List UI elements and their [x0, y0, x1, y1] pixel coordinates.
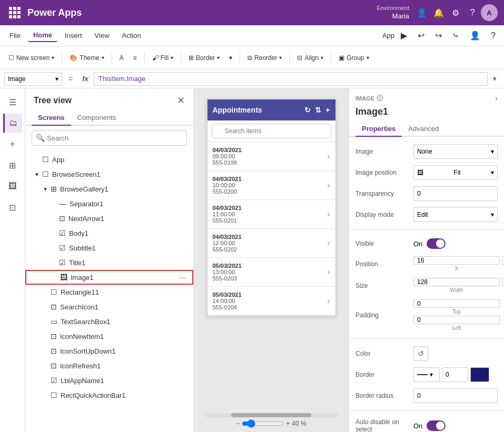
tree-tab-screens[interactable]: Screens	[32, 110, 71, 126]
zoom-out-button[interactable]: −	[236, 420, 240, 427]
size-width-input[interactable]	[413, 278, 500, 286]
font-button[interactable]: A	[115, 52, 128, 64]
settings-icon[interactable]: ⚙	[447, 4, 464, 21]
menu-file[interactable]: File	[4, 29, 26, 42]
add-icon[interactable]: +	[325, 106, 330, 114]
size-height-input[interactable]	[502, 278, 504, 286]
help-menu-button[interactable]: ?	[487, 29, 500, 43]
color-picker-button[interactable]: ↺	[413, 346, 428, 361]
expand-panel-button[interactable]: ›	[495, 94, 498, 103]
person-icon[interactable]: 👤	[413, 4, 430, 21]
align-button[interactable]: ⊟ Align ▾	[293, 52, 328, 64]
tree-item-image1[interactable]: 🖼 Image1 ···	[25, 270, 193, 285]
zoom-slider[interactable]	[242, 419, 284, 428]
image-position-dropdown[interactable]: 🖼 Fit ▾	[413, 165, 498, 180]
canvas-scrollbar-horizontal[interactable]	[204, 413, 338, 417]
visible-toggle-switch[interactable]	[427, 238, 446, 249]
gallery-item[interactable]: 04/03/2021 11:00:00 555-0201 ›	[207, 200, 335, 229]
formula-expand[interactable]: ▾	[490, 75, 500, 83]
gallery-item[interactable]: 04/03/2021 09:00:00 555-0199 ›	[207, 142, 335, 171]
new-screen-button[interactable]: ☐ New screen ▾	[4, 52, 58, 64]
tab-properties[interactable]: Properties	[355, 122, 402, 137]
gallery-item[interactable]: 05/03/2021 14:00:00 555-0204 ›	[207, 287, 335, 316]
gallery-item[interactable]: 05/03/2021 13:00:00 555-0203 ›	[207, 258, 335, 287]
sidebar-data-icon[interactable]: ⊞	[3, 156, 22, 175]
border-color-swatch[interactable]	[470, 367, 489, 382]
border-radius-input[interactable]	[413, 388, 498, 403]
tree-item-separator1[interactable]: — Separator1	[25, 196, 193, 211]
fill-button[interactable]: 🖌 Fill ▾	[148, 52, 177, 64]
tree-item-lblappname1[interactable]: ☑ LblAppName1	[25, 373, 193, 388]
more-button[interactable]: ▾	[225, 52, 236, 64]
tree-expand-browsescreen1[interactable]: ▼	[34, 172, 40, 177]
tree-item-textsearchbox1[interactable]: ▭ TextSearchBox1	[25, 314, 193, 329]
sidebar-add-icon[interactable]: +	[3, 135, 22, 154]
app-search-input[interactable]	[212, 124, 331, 138]
chevron-down-icon: ▾	[229, 54, 232, 62]
sidebar-components-icon[interactable]: ⊡	[3, 198, 22, 217]
tree-item-rectangle11[interactable]: ☐ Rectangle11	[25, 285, 193, 299]
formula-selector[interactable]: Image ▾	[4, 72, 62, 86]
gallery-item[interactable]: 04/03/2021 12:00:00 555-0202 ›	[207, 229, 335, 258]
formula-input[interactable]	[94, 72, 488, 86]
more-options-button[interactable]: ···	[180, 273, 186, 282]
tree-close-button[interactable]: ✕	[177, 95, 185, 106]
image-dropdown[interactable]: None ▾	[413, 144, 498, 159]
position-y-input[interactable]	[502, 256, 504, 265]
theme-button[interactable]: 🎨 Theme ▾	[65, 52, 108, 64]
avatar[interactable]: A	[481, 4, 498, 21]
sidebar-expand-icon[interactable]: ☰	[3, 93, 22, 112]
align-text-button[interactable]: ≡	[129, 52, 141, 64]
tree-item-subtitle1[interactable]: ☑ Subtitle1	[25, 240, 193, 255]
separator4	[181, 52, 181, 64]
redo-button[interactable]: ↪	[431, 28, 446, 43]
position-x-input[interactable]	[413, 256, 500, 265]
user-button[interactable]: 👤	[466, 28, 485, 43]
notification-icon[interactable]: 🔔	[430, 4, 447, 21]
tree-expand-browsegallery1[interactable]: ▼	[42, 186, 48, 192]
tree-item-nextarrow1[interactable]: ⊡ NextArrow1	[25, 211, 193, 226]
help-icon[interactable]: ?	[464, 4, 481, 21]
gallery-item[interactable]: 04/03/2021 10:00:00 555-0200 ›	[207, 171, 335, 200]
menu-insert[interactable]: Insert	[60, 29, 87, 42]
tree-item-iconnewitem1[interactable]: ⊡ IconNewItem1	[25, 329, 193, 344]
transparency-input[interactable]	[413, 186, 498, 201]
border-button[interactable]: ⊞ Border ▾	[184, 52, 224, 64]
tree-item-title1[interactable]: ☑ Title1	[25, 255, 193, 270]
tree-item-iconsortupdown1[interactable]: ⊡ IconSortUpDown1	[25, 344, 193, 358]
tree-item-body1[interactable]: ☑ Body1	[25, 226, 193, 240]
tree-tab-components[interactable]: Components	[71, 110, 123, 125]
sidebar-media-icon[interactable]: 🖼	[3, 177, 22, 196]
padding-left-input[interactable]	[413, 316, 500, 324]
run-button[interactable]: ▶	[397, 28, 411, 43]
help-circle-icon[interactable]: ⓘ	[377, 94, 383, 103]
share-button[interactable]: ⤷	[448, 28, 463, 43]
sort-icon[interactable]: ⇅	[315, 106, 321, 114]
tree-item-label: Title1	[69, 259, 187, 267]
tree-item-rectquickactionbar1[interactable]: ☐ RectQuickActionBar1	[25, 388, 193, 403]
menu-home[interactable]: Home	[28, 29, 57, 42]
padding-top-input[interactable]	[413, 299, 500, 308]
tree-item-app[interactable]: ☐ App	[25, 152, 193, 167]
tree-item-iconrefresh1[interactable]: ⊡ IconRefresh1	[25, 358, 193, 373]
reorder-button[interactable]: ⧉ Reorder ▾	[243, 52, 286, 64]
border-style-dropdown[interactable]: ▾	[413, 367, 440, 382]
right-panel-content: Image None ▾ Image position 🖼 Fit ▾	[349, 137, 504, 432]
menu-action[interactable]: Action	[117, 29, 146, 42]
sidebar-treeview-icon[interactable]: 🗂	[3, 114, 22, 133]
group-button[interactable]: ▣ Group ▾	[334, 52, 373, 64]
auto-disable-toggle-switch[interactable]	[427, 420, 446, 431]
tree-search-input[interactable]	[32, 130, 187, 146]
display-mode-dropdown[interactable]: Edit ▾	[413, 207, 498, 222]
waffle-menu[interactable]	[6, 4, 23, 21]
tree-item-searchicon1[interactable]: ⊡ SearchIcon1	[25, 299, 193, 314]
menu-view[interactable]: View	[90, 29, 115, 42]
refresh-icon[interactable]: ↻	[304, 106, 311, 114]
border-width-input[interactable]	[442, 367, 468, 382]
tree-item-browsegallery1[interactable]: ▼ ⊞ BrowseGallery1	[25, 182, 193, 196]
scrollbar-thumb[interactable]	[231, 413, 311, 417]
tab-advanced[interactable]: Advanced	[402, 122, 445, 136]
undo-button[interactable]: ↩	[413, 28, 429, 43]
tree-item-browsescreen1[interactable]: ▼ ☐ BrowseScreen1	[25, 167, 193, 182]
zoom-in-button[interactable]: +	[286, 420, 290, 427]
